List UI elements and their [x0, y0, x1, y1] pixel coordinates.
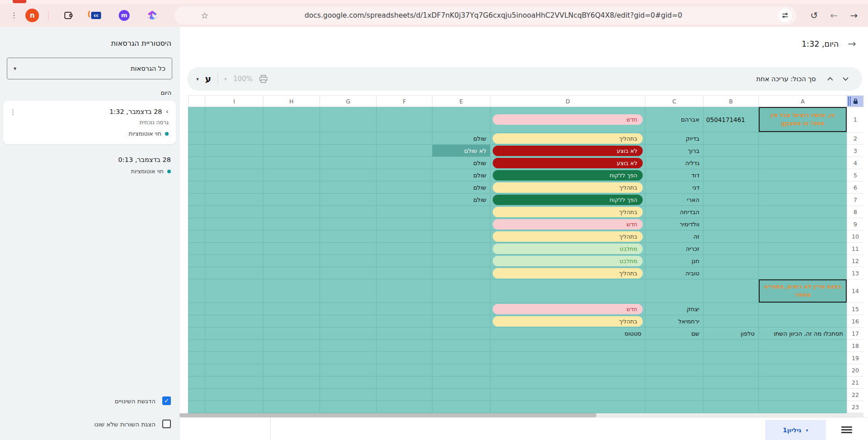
cell-J21[interactable] — [188, 376, 205, 389]
cell-H5[interactable] — [263, 169, 320, 181]
cell-E13[interactable] — [432, 267, 490, 279]
cell-C8[interactable]: הבדיחה — [645, 206, 703, 218]
cell-D23[interactable] — [490, 401, 645, 413]
cell-F23[interactable] — [376, 401, 432, 413]
close-version-history-arrow-icon[interactable]: → — [848, 38, 856, 49]
cell-D10[interactable]: בתהליך — [490, 230, 645, 243]
cell-I21[interactable] — [205, 376, 263, 389]
cell-D18[interactable] — [490, 340, 645, 352]
cell-H15[interactable] — [263, 303, 320, 315]
horizontal-scrollbar[interactable] — [179, 413, 863, 417]
column-header-G[interactable]: G — [320, 95, 376, 107]
cell-J12[interactable] — [188, 255, 205, 267]
next-edit-chevron-down-icon[interactable] — [838, 71, 853, 87]
cell-I5[interactable] — [205, 169, 263, 181]
show-unchanged-rows-checkbox[interactable] — [162, 420, 171, 428]
cell-I20[interactable] — [205, 364, 263, 376]
cell-E1[interactable] — [432, 107, 490, 132]
cell-J3[interactable] — [188, 145, 205, 157]
reload-icon[interactable]: ↻ — [806, 8, 822, 23]
cell-H20[interactable] — [263, 364, 320, 376]
cell-C9[interactable]: וולדימיר — [645, 218, 703, 230]
cell-D22[interactable] — [490, 389, 645, 401]
row-number-21[interactable]: 21 — [847, 376, 863, 389]
cell-B4[interactable] — [703, 157, 758, 169]
cell-I6[interactable] — [205, 181, 263, 194]
cell-D19[interactable] — [490, 352, 645, 364]
column-header-E[interactable]: E — [432, 95, 490, 107]
cell-C18[interactable] — [645, 340, 703, 352]
cell-A9[interactable] — [758, 218, 847, 230]
cell-A23[interactable] — [758, 401, 847, 413]
cell-F20[interactable] — [376, 364, 432, 376]
row-number-23[interactable]: 23 — [847, 401, 863, 413]
cell-J10[interactable] — [188, 230, 205, 243]
cell-D1[interactable]: חדש — [490, 107, 645, 132]
cell-F16[interactable] — [376, 315, 432, 328]
column-header-C[interactable]: C — [645, 95, 703, 107]
cell-H7[interactable] — [263, 194, 320, 206]
cell-H18[interactable] — [263, 340, 320, 352]
cell-H8[interactable] — [263, 206, 320, 218]
row-number-17[interactable]: 17 — [847, 328, 863, 340]
cell-I17[interactable] — [205, 328, 263, 340]
cell-E4[interactable]: שולם — [432, 157, 490, 169]
cell-A17[interactable]: תסתכלו מה זה, הכיוון השתו — [758, 328, 847, 340]
cell-I16[interactable] — [205, 315, 263, 328]
cell-E2[interactable]: שולם — [432, 132, 490, 145]
cell-G17[interactable] — [320, 328, 376, 340]
cell-C14[interactable] — [645, 279, 703, 303]
version-entry-current[interactable]: › 28 בדצמבר, 1:32 ⋮ גרסה נוכחית חוי אוטו… — [3, 101, 176, 144]
cell-A7[interactable] — [758, 194, 847, 206]
cell-I7[interactable] — [205, 194, 263, 206]
cell-B9[interactable] — [703, 218, 758, 230]
cell-B12[interactable] — [703, 255, 758, 267]
cell-A2[interactable] — [758, 132, 847, 145]
cell-D13[interactable]: בתהליך — [490, 267, 645, 279]
cell-H16[interactable] — [263, 315, 320, 328]
cell-A13[interactable] — [758, 267, 847, 279]
cell-B19[interactable] — [703, 352, 758, 364]
cell-J8[interactable] — [188, 206, 205, 218]
cell-B17[interactable]: טלפון — [703, 328, 758, 340]
cell-F15[interactable] — [376, 303, 432, 315]
cell-B11[interactable] — [703, 243, 758, 255]
cell-F22[interactable] — [376, 389, 432, 401]
cell-E3[interactable]: לא שולם — [432, 145, 490, 157]
cell-D12[interactable]: מתלבט — [490, 255, 645, 267]
cell-C22[interactable] — [645, 389, 703, 401]
cell-H3[interactable] — [263, 145, 320, 157]
row-number-15[interactable]: 15 — [847, 303, 863, 315]
cell-E21[interactable] — [432, 376, 490, 389]
column-header-H[interactable]: H — [263, 95, 320, 107]
cell-C16[interactable]: ירחמיאל — [645, 315, 703, 328]
cell-A8[interactable] — [758, 206, 847, 218]
cell-A4[interactable] — [758, 157, 847, 169]
cell-E8[interactable] — [432, 206, 490, 218]
cell-I14[interactable] — [205, 279, 263, 303]
cell-D4[interactable]: לא בוצע — [490, 157, 645, 169]
cell-F19[interactable] — [376, 352, 432, 364]
cell-H11[interactable] — [263, 243, 320, 255]
sheet-tab[interactable]: ▾ גיליון1 — [765, 420, 826, 440]
cell-A14[interactable]: בעצם עדיין לא רואים, התפריט מסתיר — [758, 279, 847, 303]
cell-I3[interactable] — [205, 145, 263, 157]
cell-G10[interactable] — [320, 230, 376, 243]
cell-H21[interactable] — [263, 376, 320, 389]
row-number-3[interactable]: 3 — [847, 145, 863, 157]
cell-D2[interactable]: בתהליך — [490, 132, 645, 145]
cell-A1[interactable]: הו, עכשיו רואים! אבל אין אפס! זה מעצבןןן — [758, 107, 847, 132]
cell-G18[interactable] — [320, 340, 376, 352]
cell-J9[interactable] — [188, 218, 205, 230]
column-header-partial[interactable] — [188, 95, 205, 107]
cell-J14[interactable] — [188, 279, 205, 303]
select-all-corner[interactable] — [847, 95, 863, 107]
cell-D7[interactable]: הפך ללקוח — [490, 194, 645, 206]
cell-F2[interactable] — [376, 132, 432, 145]
row-number-7[interactable]: 7 — [847, 194, 863, 206]
cell-G6[interactable] — [320, 181, 376, 194]
cell-A6[interactable] — [758, 181, 847, 194]
cell-C2[interactable]: בדיוק — [645, 132, 703, 145]
cell-G4[interactable] — [320, 157, 376, 169]
extension-clickup-icon[interactable] — [145, 8, 160, 23]
